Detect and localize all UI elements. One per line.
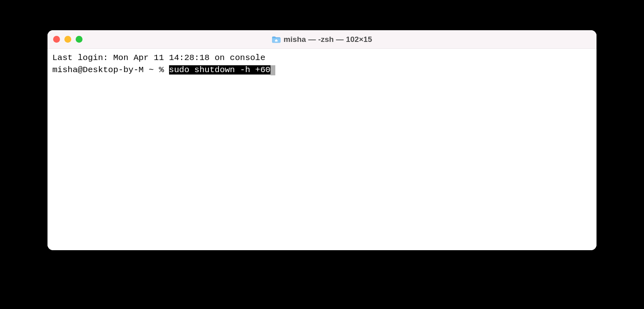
window-titlebar[interactable]: misha — -zsh — 102×15 [47, 30, 597, 49]
shell-prompt: misha@Desktop-by-M ~ % [52, 65, 169, 75]
minimize-button[interactable] [64, 36, 71, 43]
home-folder-icon [272, 36, 281, 43]
zoom-button[interactable] [76, 36, 83, 43]
traffic-lights [53, 36, 83, 43]
title-container: misha — -zsh — 102×15 [272, 35, 372, 44]
last-login-line: Last login: Mon Apr 11 14:28:18 on conso… [52, 52, 592, 64]
close-button[interactable] [53, 36, 60, 43]
prompt-line: misha@Desktop-by-M ~ % sudo shutdown -h … [52, 64, 592, 76]
command-text-selected[interactable]: sudo shutdown -h +60 [169, 65, 270, 75]
terminal-window: misha — -zsh — 102×15 Last login: Mon Ap… [47, 30, 597, 250]
terminal-cursor [270, 65, 275, 75]
terminal-body[interactable]: Last login: Mon Apr 11 14:28:18 on conso… [47, 49, 597, 250]
window-title: misha — -zsh — 102×15 [283, 35, 372, 44]
